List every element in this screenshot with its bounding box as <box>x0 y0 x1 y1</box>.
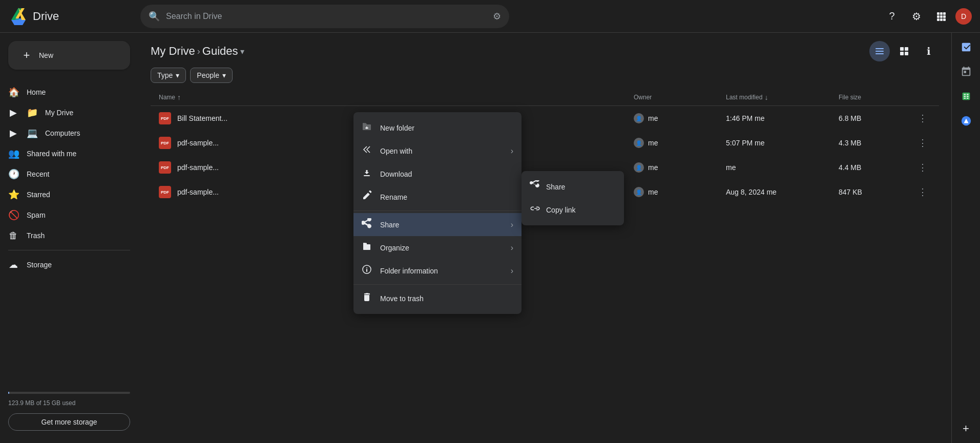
svg-rect-10 <box>937 15 940 18</box>
sidebar-item-home[interactable]: 🏠 Home <box>0 82 130 102</box>
more-options-button[interactable]: ⋮ <box>914 184 931 200</box>
logo-area: Drive <box>8 6 136 27</box>
people-filter-chip[interactable]: People ▾ <box>190 68 233 83</box>
download-icon <box>362 167 372 180</box>
right-panel-add-button[interactable]: + <box>956 418 976 439</box>
owner-label: me <box>648 188 658 196</box>
more-options-button[interactable]: ⋮ <box>914 110 931 126</box>
submenu-item-share[interactable]: Share <box>522 175 624 198</box>
sidebar-item-recent-label: Recent <box>27 170 49 178</box>
column-owner-label: Owner <box>634 94 652 101</box>
sidebar-item-starred[interactable]: ⭐ Starred <box>0 184 130 205</box>
file-name-text: Bill Statement... <box>177 114 227 122</box>
sidebar-item-spam[interactable]: 🚫 Spam <box>0 205 130 225</box>
new-button[interactable]: + New <box>8 41 130 70</box>
svg-rect-12 <box>943 15 946 18</box>
column-header-name[interactable]: Name ↑ <box>159 93 634 101</box>
type-filter-chip[interactable]: Type ▾ <box>151 68 186 83</box>
svg-rect-8 <box>940 12 943 15</box>
menu-item-rename[interactable]: Rename <box>353 185 522 208</box>
topbar-right: ? ⚙ D <box>882 6 972 27</box>
svg-rect-35 <box>966 98 968 99</box>
sidebar-item-shared[interactable]: 👥 Shared with me <box>0 143 130 164</box>
sidebar-item-trash-label: Trash <box>27 231 45 240</box>
right-panel-activity-icon[interactable] <box>956 37 976 57</box>
computers-expand-icon: ▶ <box>8 128 18 139</box>
menu-item-new-folder-label: New folder <box>380 124 513 132</box>
storage-usage-text: 123.9 MB of 15 GB used <box>8 399 75 407</box>
menu-item-folder-info[interactable]: Folder information › <box>353 259 522 282</box>
column-size-label: File size <box>839 94 861 101</box>
svg-rect-11 <box>940 15 943 18</box>
file-name-text: pdf-sample... <box>177 163 219 172</box>
storage-bar-background <box>8 392 130 394</box>
sidebar-item-computers[interactable]: ▶ 💻 Computers <box>0 123 130 143</box>
owner-label: me <box>648 163 658 172</box>
right-panel-sheets-icon[interactable] <box>956 86 976 107</box>
svg-rect-14 <box>940 18 943 21</box>
pdf-icon: PDF <box>159 161 171 174</box>
search-options-icon[interactable]: ⚙ <box>493 11 501 22</box>
content-area: My Drive › Guides ▾ <box>138 33 951 443</box>
settings-button[interactable]: ⚙ <box>906 6 927 27</box>
sidebar-item-storage[interactable]: ☁ Storage <box>0 255 130 275</box>
table-row[interactable]: PDF Bill Statement... 👤 me 1:46 PM me 6.… <box>151 106 939 131</box>
more-options-button[interactable]: ⋮ <box>914 135 931 151</box>
date-cell: Aug 8, 2024 me <box>726 188 839 196</box>
search-bar: 🔍 ⚙ <box>140 5 509 28</box>
menu-item-organize[interactable]: Organize › <box>353 236 522 259</box>
trash-icon <box>362 292 372 305</box>
pdf-icon: PDF <box>159 137 171 149</box>
menu-divider-1 <box>353 210 522 211</box>
svg-rect-21 <box>900 52 904 55</box>
date-cell: 5:07 PM me <box>726 139 839 147</box>
info-button[interactable]: ℹ <box>919 41 939 61</box>
date-cell: me <box>726 163 839 172</box>
breadcrumb-current[interactable]: Guides ▾ <box>202 45 244 58</box>
column-header-owner[interactable]: Owner <box>634 94 726 101</box>
avatar[interactable]: D <box>955 8 972 25</box>
submenu-link-icon <box>530 203 540 216</box>
table-row[interactable]: PDF pdf-sample... 👤 me 5:07 PM me 4.3 MB… <box>151 131 939 155</box>
right-panel: + <box>951 33 980 443</box>
owner-cell: 👤 me <box>634 113 726 123</box>
svg-rect-15 <box>943 18 946 21</box>
breadcrumb-dropdown-icon: ▾ <box>240 47 244 56</box>
more-cell: ⋮ <box>910 110 931 126</box>
menu-item-move-to-trash[interactable]: Move to trash <box>353 287 522 310</box>
menu-item-open-with-label: Open with <box>380 147 503 155</box>
grid-view-button[interactable] <box>894 41 914 61</box>
home-icon: 🏠 <box>8 87 18 98</box>
size-cell: 4.3 MB <box>839 139 910 147</box>
right-panel-calendar-icon[interactable] <box>956 61 976 82</box>
main-layout: + New 🏠 Home ▶ 📁 My Drive ▶ 💻 Computers … <box>0 33 980 443</box>
column-header-size[interactable]: File size <box>839 94 910 101</box>
folder-info-icon <box>362 264 372 277</box>
owner-cell: 👤 me <box>634 187 726 197</box>
breadcrumb-root[interactable]: My Drive <box>151 45 195 58</box>
svg-rect-18 <box>875 53 884 54</box>
recent-icon: 🕐 <box>8 168 18 180</box>
organize-icon <box>362 241 372 254</box>
shared-icon: 👥 <box>8 148 18 159</box>
owner-label: me <box>648 114 658 122</box>
sidebar-item-trash[interactable]: 🗑 Trash <box>0 225 130 246</box>
column-header-modified[interactable]: Last modified ↓ <box>726 93 839 101</box>
menu-item-share[interactable]: Share › <box>353 213 522 236</box>
sidebar-item-my-drive[interactable]: ▶ 📁 My Drive <box>0 102 130 123</box>
header-actions: ℹ <box>869 41 939 61</box>
menu-item-open-with[interactable]: Open with › <box>353 139 522 162</box>
menu-item-download[interactable]: Download <box>353 162 522 185</box>
menu-item-new-folder[interactable]: New folder <box>353 116 522 139</box>
submenu-item-copy-link[interactable]: Copy link <box>522 198 624 221</box>
submenu-share-label: Share <box>546 183 565 191</box>
search-input[interactable] <box>166 12 487 21</box>
help-button[interactable]: ? <box>882 6 902 27</box>
right-panel-edit-icon[interactable] <box>956 111 976 131</box>
more-options-button[interactable]: ⋮ <box>914 159 931 176</box>
sidebar-item-recent[interactable]: 🕐 Recent <box>0 164 130 184</box>
owner-cell: 👤 me <box>634 162 726 173</box>
list-view-button[interactable] <box>869 41 890 61</box>
get-storage-button[interactable]: Get more storage <box>8 413 130 431</box>
apps-button[interactable] <box>931 6 951 27</box>
